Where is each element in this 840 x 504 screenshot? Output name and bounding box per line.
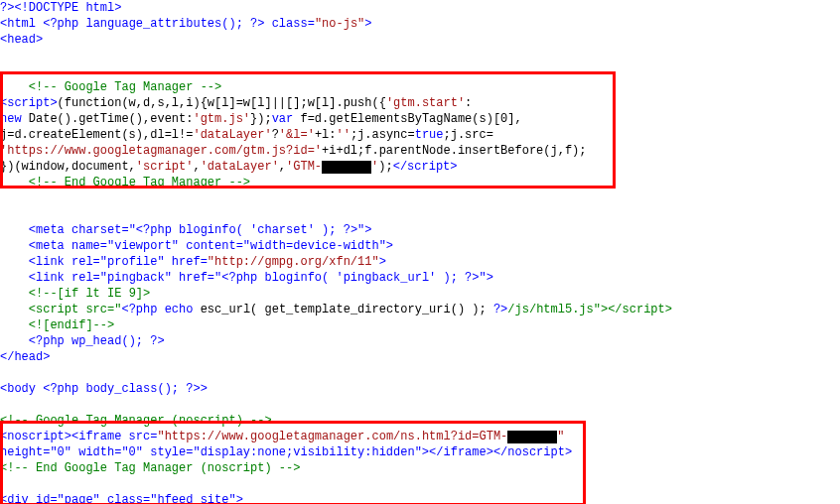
- redacted-id-2: [507, 431, 557, 443]
- redacted-id-1: [322, 161, 371, 174]
- code-line: ?>: [0, 1, 14, 15]
- code-block: ?><!DOCTYPE html> <html <?php language_a…: [0, 0, 840, 504]
